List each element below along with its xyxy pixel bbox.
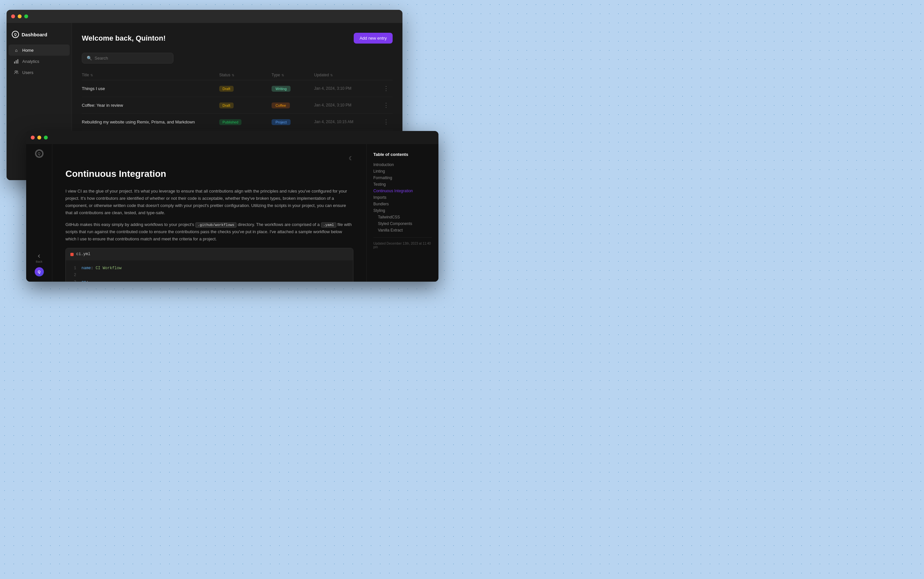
welcome-heading: Welcome back, Quinton! [82,34,166,43]
toc-item-imports[interactable]: Imports [373,194,432,201]
sort-icon-title: ⇅ [90,74,93,77]
svg-rect-2 [17,59,18,64]
col-actions [380,73,393,77]
toc-item-vanilla-extract[interactable]: Vanilla Extract [373,227,432,234]
home-icon: ⌂ [14,47,19,53]
article-close-dot[interactable] [31,136,35,139]
code-block: ci.yml 1 name: CI Workflow 2 3 on: [65,248,354,281]
toc-item-introduction[interactable]: Introduction [373,162,432,168]
table-header: Title ⇅ Status ⇅ Type ⇅ Updated ⇅ [82,70,393,80]
search-bar[interactable]: 🔍 [82,53,173,64]
toc-item-formatting[interactable]: Formatting [373,175,432,181]
svg-rect-1 [16,60,17,64]
status-badge: Draft [219,85,272,92]
sidebar-item-label-analytics: Analytics [22,59,39,64]
table-of-contents: Table of contents Introduction Linting F… [367,144,438,281]
code-file-dot [70,253,73,256]
article-maximize-dot[interactable] [44,136,48,139]
more-options-button[interactable]: ⋮ [380,101,393,109]
row-title[interactable]: Things I use [82,86,219,91]
toc-item-styling[interactable]: Styling [373,207,432,214]
more-options-button[interactable]: ⋮ [380,85,393,92]
col-type[interactable]: Type ⇅ [272,73,314,77]
toc-updated: Updated December 13th, 2023 at 11:40 pm [373,242,432,249]
table-row: Things I use Draft Writing Jan 4, 2024, … [82,80,393,97]
analytics-icon [14,59,19,64]
draft-badge: Draft [219,103,234,108]
code-filename: ci.yml [76,251,90,257]
para2-prefix: GitHub makes this easy simply by adding … [65,222,196,227]
type-badge-cell: Writing [272,85,314,92]
status-badge: Published [219,119,272,125]
toc-item-tailwindcss[interactable]: TailwindCSS [373,214,432,221]
add-new-entry-button[interactable]: Add new entry [354,33,393,44]
sidebar-item-analytics[interactable]: Analytics [8,56,70,67]
article-window: Q Back Q ☾ Continuous Integra [26,131,438,281]
search-input[interactable] [95,56,168,61]
toc-item-testing[interactable]: Testing [373,181,432,188]
col-type-label: Type [272,73,280,77]
col-title-label: Title [82,73,89,77]
minimize-dot[interactable] [18,15,21,18]
published-badge: Published [219,119,241,125]
users-icon [14,70,19,75]
article-heading: Continuous Integration [65,166,354,182]
article-title-bar [26,131,438,144]
sidebar-logo: Q Dashboard [7,28,72,44]
code-inline-2: .yaml [321,222,336,227]
sidebar-item-users[interactable]: Users [8,67,70,78]
article-sidebar: Q Back Q [26,144,52,281]
col-title[interactable]: Title ⇅ [82,73,219,77]
sort-icon-updated: ⇅ [330,74,333,77]
sidebar-item-home[interactable]: ⌂ Home [8,44,70,56]
para2-mid: directory. The workflows are comprised o… [236,222,321,227]
article-body: Q Back Q ☾ Continuous Integra [26,144,438,281]
close-dot[interactable] [11,15,15,18]
article-minimize-dot[interactable] [37,136,41,139]
sidebar-item-label-home: Home [22,48,34,53]
status-badge: Draft [219,102,272,108]
svg-rect-0 [14,62,15,64]
type-badge-cell: Coffee [272,102,314,108]
type-coffee-badge: Coffee [272,103,290,108]
code-content: 1 name: CI Workflow 2 3 on: 4 pull_reque… [66,260,353,281]
user-avatar: Q [35,267,44,276]
row-title[interactable]: Rebuilding my website using Remix, Prism… [82,119,219,124]
col-updated[interactable]: Updated ⇅ [314,73,380,77]
search-icon: 🔍 [87,56,92,61]
article-paragraph-2: GitHub makes this easy simply by adding … [65,221,354,243]
col-status[interactable]: Status ⇅ [219,73,272,77]
type-badge-cell: Project [272,119,314,125]
toc-item-linting[interactable]: Linting [373,168,432,175]
code-inline-1: .github/workflows [196,222,236,227]
toc-item-continuous-integration[interactable]: Continuous Integration [373,188,432,194]
row-date: Jan 4, 2024, 3:10 PM [314,103,380,108]
row-title[interactable]: Coffee: Year in review [82,103,219,108]
draft-badge: Draft [219,86,234,92]
dark-mode-toggle[interactable]: ☾ [349,154,354,163]
article-logo: Q [35,149,44,158]
svg-point-3 [15,71,17,72]
toc-divider [373,237,432,238]
article-nav-bottom: Back Q [35,254,44,276]
toc-item-styled-components[interactable]: Styled Components [373,221,432,227]
row-date: Jan 4, 2024, 10:15 AM [314,119,380,124]
more-options-button[interactable]: ⋮ [380,118,393,126]
back-button[interactable]: Back [36,254,42,263]
sidebar-logo-text: Dashboard [21,32,47,37]
code-line: 2 [71,272,348,279]
table-row: Coffee: Year in review Draft Coffee Jan … [82,97,393,114]
maximize-dot[interactable] [24,15,28,18]
toc-title: Table of contents [373,152,432,157]
sort-icon-type: ⇅ [281,74,284,77]
article-paragraph-1: I view CI as the glue of your project. I… [65,188,354,216]
svg-point-4 [17,71,18,72]
logo-icon: Q [12,31,19,38]
code-line: 3 on: [71,279,348,281]
sort-icon-status: ⇅ [231,74,234,77]
article-content: ☾ Continuous Integration I view CI as th… [52,144,367,281]
title-bar-dashboard [7,10,403,23]
toc-item-bundlers[interactable]: Bundlers [373,201,432,207]
col-status-label: Status [219,73,230,77]
type-writing-badge: Writing [272,86,290,92]
